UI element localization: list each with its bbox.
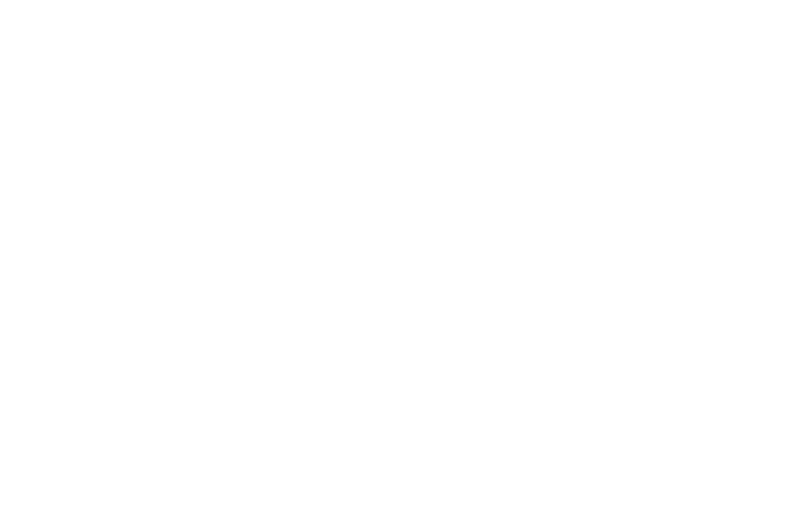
connection-lines <box>0 0 812 532</box>
trie-diagram <box>0 0 812 532</box>
